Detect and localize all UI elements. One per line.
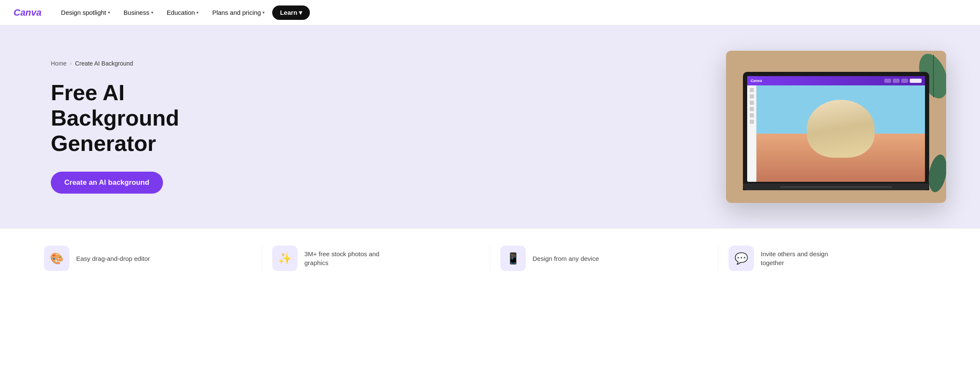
drag-drop-icon: 🎨 bbox=[44, 246, 69, 271]
feature-any-device: 📱 Design from any device bbox=[490, 246, 718, 271]
laptop-screen-actions bbox=[884, 79, 922, 83]
laptop: Canva bbox=[743, 72, 929, 190]
hero-title: Free AI Background Generator bbox=[51, 80, 254, 156]
stock-photos-icon: ✨ bbox=[272, 246, 298, 271]
share-button bbox=[910, 79, 922, 83]
breadcrumb-home[interactable]: Home bbox=[51, 60, 66, 67]
sidebar-tool bbox=[750, 107, 754, 111]
any-device-icon: 📱 bbox=[500, 246, 526, 271]
nav-item-plans-pricing[interactable]: Plans and pricing ▾ bbox=[206, 5, 271, 19]
feature-stock-photos-label: 3M+ free stock photos and graphics bbox=[304, 249, 381, 267]
breadcrumb: Home › Create AI Background bbox=[51, 60, 254, 67]
hero-image: Canva bbox=[726, 51, 946, 203]
laptop-screen-bar: Canva bbox=[747, 76, 925, 85]
nav-label-design-spotlight: Design spotlight bbox=[61, 9, 106, 16]
canvas-subject bbox=[807, 100, 874, 158]
feature-invite-label: Invite others and design together bbox=[761, 249, 837, 267]
chevron-down-icon: ▾ bbox=[262, 10, 265, 15]
nav-label-plans-pricing: Plans and pricing bbox=[212, 9, 261, 16]
nav-item-design-spotlight[interactable]: Design spotlight ▾ bbox=[55, 5, 116, 19]
laptop-wrapper: Canva bbox=[726, 51, 946, 203]
progress-bar bbox=[780, 186, 892, 188]
chevron-down-icon: ▾ bbox=[196, 10, 199, 15]
feature-drag-drop-label: Easy drag-and-drop editor bbox=[76, 254, 150, 263]
leaf-bottom-icon bbox=[921, 152, 946, 194]
toolbar-icon bbox=[884, 79, 891, 83]
toolbar-icon-2 bbox=[893, 79, 900, 83]
feature-invite: 💬 Invite others and design together bbox=[718, 246, 946, 271]
invite-icon: 💬 bbox=[729, 246, 754, 271]
canvas-image bbox=[756, 85, 925, 182]
navbar: Canva Design spotlight ▾ Business ▾ Educ… bbox=[0, 0, 980, 25]
canva-logo[interactable]: Canva bbox=[14, 7, 41, 18]
chevron-down-icon: ▾ bbox=[108, 10, 110, 15]
breadcrumb-current: Create AI Background bbox=[75, 60, 133, 67]
laptop-bottom-bar bbox=[743, 183, 929, 190]
sidebar-tool bbox=[750, 120, 754, 124]
hero-section: Home › Create AI Background Free AI Back… bbox=[0, 25, 980, 228]
chevron-down-icon: ▾ bbox=[151, 10, 153, 15]
nav-item-learn[interactable]: Learn ▾ bbox=[272, 5, 310, 20]
laptop-content bbox=[747, 85, 925, 182]
canva-editor-logo: Canva bbox=[751, 79, 762, 83]
nav-label-education: Education bbox=[167, 9, 195, 16]
sidebar-tool bbox=[750, 113, 754, 118]
sidebar-tool bbox=[750, 94, 754, 99]
laptop-screen: Canva bbox=[747, 76, 925, 182]
nav-label-business: Business bbox=[124, 9, 149, 16]
feature-stock-photos: ✨ 3M+ free stock photos and graphics bbox=[262, 246, 490, 271]
feature-drag-drop: 🎨 Easy drag-and-drop editor bbox=[34, 246, 262, 271]
toolbar-icon-3 bbox=[901, 79, 908, 83]
sidebar-tool bbox=[750, 88, 754, 92]
nav-item-business[interactable]: Business ▾ bbox=[118, 5, 159, 19]
sidebar-tool bbox=[750, 101, 754, 105]
hero-left: Home › Create AI Background Free AI Back… bbox=[51, 60, 254, 193]
create-ai-background-button[interactable]: Create an AI background bbox=[51, 172, 163, 194]
features-section: 🎨 Easy drag-and-drop editor ✨ 3M+ free s… bbox=[0, 228, 980, 288]
breadcrumb-separator: › bbox=[70, 60, 72, 66]
nav-item-education[interactable]: Education ▾ bbox=[161, 5, 205, 19]
nav-items: Design spotlight ▾ Business ▾ Education … bbox=[55, 5, 310, 20]
svg-point-2 bbox=[926, 153, 946, 194]
feature-any-device-label: Design from any device bbox=[533, 254, 599, 263]
editor-canvas bbox=[756, 85, 925, 182]
editor-sidebar bbox=[747, 85, 756, 182]
